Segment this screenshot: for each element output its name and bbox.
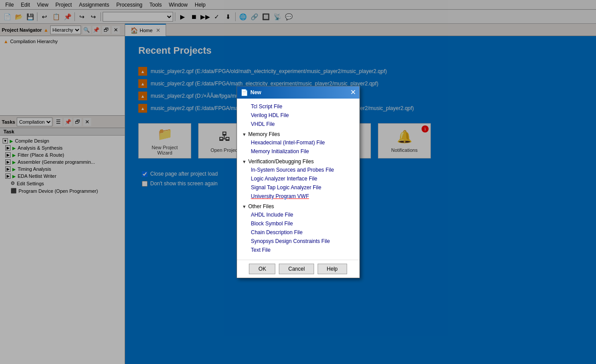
- synopsys-item[interactable]: Synopsys Design Constraints File: [241, 237, 356, 246]
- dialog-footer: OK Cancel Help: [237, 260, 359, 278]
- dialog-overlay: 📄 New ✕ Tcl Script File Verilog HDL File…: [0, 0, 596, 364]
- dialog-ok-btn[interactable]: OK: [249, 264, 275, 274]
- text-file-item[interactable]: Text File: [241, 246, 356, 254]
- university-program-item[interactable]: University Program VWF: [241, 192, 356, 201]
- design-files-section: Tcl Script File Verilog HDL File VHDL Fi…: [241, 102, 356, 129]
- other-files-header[interactable]: ▼ Other Files: [241, 202, 356, 210]
- dialog-close-btn[interactable]: ✕: [350, 89, 356, 96]
- dialog-tree: Tcl Script File Verilog HDL File VHDL Fi…: [241, 102, 356, 254]
- logic-analyzer-item[interactable]: Logic Analyzer Interface File: [241, 174, 356, 183]
- verification-label: Verification/Debugging Files: [248, 158, 314, 165]
- other-files-label: Other Files: [248, 203, 274, 210]
- university-program-label: University Program VWF: [251, 193, 309, 199]
- verification-header[interactable]: ▼ Verification/Debugging Files: [241, 158, 356, 165]
- dialog-cancel-btn[interactable]: Cancel: [279, 264, 314, 274]
- dialog-title-icon: 📄: [241, 89, 248, 96]
- memory-files-header[interactable]: ▼ Memory Files: [241, 130, 356, 138]
- in-system-item[interactable]: In-System Sources and Probes File: [241, 165, 356, 174]
- memory-init-item[interactable]: Memory Initialization File: [241, 147, 356, 156]
- hexadecimal-item[interactable]: Hexadecimal (Intel-Format) File: [241, 138, 356, 147]
- other-collapse-icon: ▼: [242, 204, 247, 209]
- dialog-help-btn[interactable]: Help: [318, 264, 347, 274]
- new-dialog: 📄 New ✕ Tcl Script File Verilog HDL File…: [237, 86, 360, 278]
- verilog-item[interactable]: Verilog HDL File: [241, 111, 356, 120]
- other-files-section: ▼ Other Files AHDL Include File Block Sy…: [241, 202, 356, 254]
- dialog-title-text: New: [251, 89, 262, 96]
- tcl-script-item[interactable]: Tcl Script File: [241, 102, 356, 111]
- chain-desc-item[interactable]: Chain Description File: [241, 228, 356, 237]
- signal-tap-item[interactable]: Signal Tap Logic Analyzer File: [241, 183, 356, 192]
- vhdl-item[interactable]: VHDL File: [241, 120, 356, 129]
- verification-collapse-icon: ▼: [242, 159, 247, 164]
- dialog-content: Tcl Script File Verilog HDL File VHDL Fi…: [237, 99, 359, 260]
- verification-section: ▼ Verification/Debugging Files In-System…: [241, 158, 356, 201]
- memory-files-section: ▼ Memory Files Hexadecimal (Intel-Format…: [241, 130, 356, 156]
- memory-files-label: Memory Files: [248, 131, 280, 137]
- block-symbol-item[interactable]: Block Symbol File: [241, 219, 356, 228]
- dialog-titlebar: 📄 New ✕: [237, 86, 359, 99]
- ahdl-item[interactable]: AHDL Include File: [241, 210, 356, 219]
- memory-collapse-icon: ▼: [242, 132, 247, 137]
- dialog-title-area: 📄 New: [241, 89, 262, 96]
